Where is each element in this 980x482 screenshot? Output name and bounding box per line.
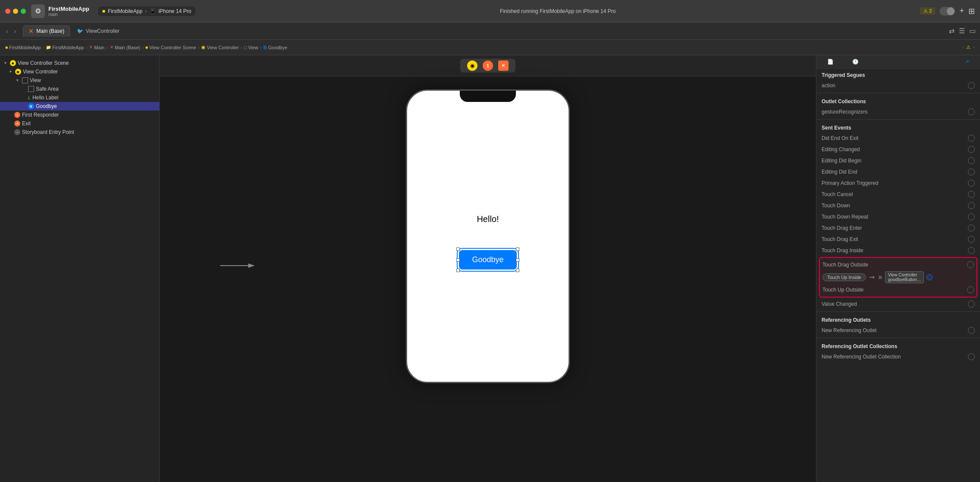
touch-up-inside-pill: Touch Up Inside	[822, 273, 866, 281]
inspector-connections-icon[interactable]: ↗	[965, 59, 969, 65]
section-sent-events: Sent Events	[816, 121, 980, 133]
right-panel-toolbar: 📄 🕐 ? □ ≡ ⊡ ↗	[816, 55, 980, 69]
touch-cancel-radio[interactable]	[968, 191, 975, 198]
nav-forward-button[interactable]: ›	[13, 27, 18, 35]
tree-item-goodbye[interactable]: ▶ B Goodbye	[0, 102, 159, 111]
tab-viewcontroller[interactable]: 🐦 ViewController	[72, 26, 125, 36]
breadcrumb-goodbye[interactable]: B Goodbye	[263, 45, 288, 50]
goodbye-button[interactable]: Goodbye	[459, 250, 516, 270]
divider-1	[816, 93, 980, 93]
breadcrumb-warning-icon[interactable]: ⚠	[966, 44, 971, 50]
breadcrumb-text-3: Main	[94, 45, 104, 50]
editing-did-begin-radio[interactable]	[968, 157, 975, 164]
inspector-clock-icon[interactable]: 🕐	[852, 59, 859, 65]
breadcrumb-firstmobileapp2[interactable]: 📁 FirstMobileApp	[46, 45, 84, 50]
touch-drag-enter-label: Touch Drag Enter	[822, 225, 862, 231]
breadcrumb-firstmobileapp1[interactable]: ■ FirstMobileApp	[5, 45, 41, 50]
tree-item-exit[interactable]: ▶ ✕ Exit	[0, 119, 159, 128]
action-radio[interactable]	[968, 82, 975, 89]
canvas-icon-orange-1[interactable]: 1	[483, 60, 493, 71]
touch-drag-outside-label: Touch Drag Outside	[822, 262, 868, 268]
canvas-toolbar: ◉ 1 ✕	[160, 55, 816, 76]
touch-down-repeat-radio[interactable]	[968, 213, 975, 220]
row-touch-drag-exit: Touch Drag Exit	[816, 234, 980, 245]
gesture-recognizers-radio[interactable]	[968, 108, 975, 115]
did-end-radio[interactable]	[968, 135, 975, 142]
divider-4	[816, 338, 980, 338]
primary-action-radio[interactable]	[968, 180, 975, 187]
close-button[interactable]	[5, 9, 10, 14]
breadcrumb-vc[interactable]: ◉ View Controller	[201, 44, 239, 50]
new-referencing-outlet-label: New Referencing Outlet	[822, 327, 876, 333]
editing-did-end-radio[interactable]	[968, 168, 975, 175]
breadcrumb-sep-4: ›	[142, 45, 144, 50]
tree-item-view[interactable]: ▼ View	[0, 76, 159, 85]
touch-drag-inside-radio[interactable]	[968, 247, 975, 254]
editing-changed-label: Editing Changed	[822, 146, 860, 152]
tree-exit-label: Exit	[22, 120, 31, 127]
editing-changed-radio[interactable]	[968, 146, 975, 153]
tab-bar-right-actions: ⇄ ☰ ▭	[949, 27, 976, 35]
warning-badge[interactable]: ⚠ 2	[920, 7, 935, 15]
inspector-size-icon[interactable]: ⊡	[942, 59, 946, 65]
inspector-attr-icon[interactable]: ≡	[920, 59, 923, 65]
breadcrumb-text-vcscene: View Controller Scene	[149, 45, 196, 50]
touch-drag-exit-radio[interactable]	[968, 236, 975, 243]
touch-up-outside-radio[interactable]	[967, 286, 974, 293]
breadcrumb-text-2: FirstMobileApp	[52, 45, 84, 50]
inspector-help-icon[interactable]: ?	[877, 59, 880, 65]
touch-down-radio[interactable]	[968, 202, 975, 209]
breadcrumb-forward-icon[interactable]: ›	[973, 44, 975, 50]
canvas-icon-orange-sq[interactable]: ✕	[498, 60, 509, 71]
svg-marker-3	[873, 276, 875, 279]
minimize-button[interactable]	[13, 9, 18, 14]
breadcrumb-view[interactable]: □ View	[244, 45, 258, 50]
row-new-referencing-outlet: New Referencing Outlet	[816, 325, 980, 336]
nav-back-button[interactable]: ‹	[4, 27, 10, 35]
tree-item-safearea[interactable]: ▶ Safe Area	[0, 85, 159, 93]
view-chevron-icon: ▼	[16, 78, 19, 82]
tree-item-first-responder[interactable]: ▶ 1 First Responder	[0, 111, 159, 119]
sidebar-toggle-icon[interactable]: ⊞	[968, 6, 975, 16]
divider-2	[816, 119, 980, 120]
tree-vc-label: View Controller	[23, 69, 58, 75]
phone-notch	[460, 91, 516, 102]
breadcrumb-main[interactable]: ✕ Main	[89, 44, 104, 50]
touch-drag-enter-radio[interactable]	[968, 225, 975, 231]
touch-drag-exit-label: Touch Drag Exit	[822, 236, 858, 242]
inspector-id-icon[interactable]: □	[899, 59, 902, 65]
canvas-icon-yellow[interactable]: ◉	[467, 60, 477, 71]
new-referencing-outlet-collection-radio[interactable]	[968, 353, 975, 360]
breadcrumb-icon-view: □	[244, 45, 247, 50]
breadcrumb-back-icon[interactable]: ‹	[962, 44, 964, 50]
layout-icon[interactable]: ▭	[969, 27, 976, 35]
breadcrumb-mainbase[interactable]: ✕ Main (Base)	[110, 44, 140, 50]
touch-drag-inside-label: Touch Drag Inside	[822, 247, 863, 254]
tree-item-vc[interactable]: ▼ ◉ View Controller	[0, 67, 159, 76]
breadcrumb-vcscene[interactable]: ■ View Controller Scene	[145, 45, 196, 50]
value-changed-radio[interactable]	[968, 301, 975, 308]
row-touch-down-repeat: Touch Down Repeat	[816, 211, 980, 222]
view-icon	[22, 77, 28, 83]
main-layout: ▼ ■ View Controller Scene ▼ ◉ View Contr…	[0, 55, 980, 482]
connection-vc-label: View Controller	[888, 273, 917, 277]
connection-filled-radio[interactable]	[926, 274, 933, 280]
hello-label-icon: L	[28, 95, 31, 100]
tree-item-storyboard-entry[interactable]: ▶ → Storyboard Entry Point	[0, 128, 159, 136]
grid-icon[interactable]: ☰	[959, 27, 965, 35]
tree-item-vcscene[interactable]: ▼ ■ View Controller Scene	[0, 59, 159, 67]
add-button[interactable]: +	[959, 6, 964, 16]
toggle-switch[interactable]	[939, 7, 955, 16]
divider-3	[816, 311, 980, 312]
inspector-file-icon[interactable]: 📄	[827, 59, 834, 65]
touch-drag-outside-radio[interactable]	[967, 261, 974, 268]
title-bar-scheme[interactable]: ■ FirstMobileApp › 📱 iPhone 14 Pro	[98, 6, 196, 16]
new-referencing-outlet-radio[interactable]	[968, 327, 975, 334]
tab-main-base[interactable]: ✕ Main (Base)	[23, 25, 70, 37]
app-name: FirstMobileApp	[48, 6, 89, 12]
maximize-button[interactable]	[21, 9, 26, 14]
git-icon[interactable]: ⇄	[949, 27, 955, 35]
row-gesture-recognizers: gestureRecognizers	[816, 106, 980, 117]
touch-up-inside-row: Touch Up Inside ⌘ View Controller goodby…	[822, 270, 974, 285]
tree-item-hello-label[interactable]: ▶ L Hello Label	[0, 93, 159, 102]
